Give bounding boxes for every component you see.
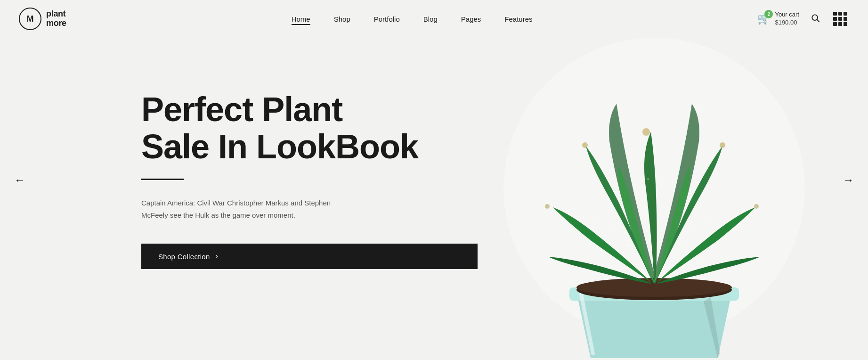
cart-icon-wrap: 🛒 2 [757, 13, 770, 25]
svg-point-9 [660, 229, 663, 232]
grid-menu-button[interactable] [831, 10, 849, 28]
svg-point-10 [662, 206, 665, 209]
hero-content: Perfect Plant Sale In LookBook Captain A… [0, 91, 478, 269]
svg-point-12 [679, 244, 681, 246]
svg-point-19 [702, 262, 705, 264]
hero-section: Perfect Plant Sale In LookBook Captain A… [0, 0, 868, 360]
svg-line-1 [817, 19, 819, 22]
svg-point-8 [647, 178, 649, 180]
svg-point-23 [720, 142, 725, 148]
svg-point-14 [710, 218, 712, 220]
main-nav: Home Shop Portfolio Blog Pages Features [292, 15, 533, 23]
hero-divider [141, 179, 184, 180]
grid-icon [833, 12, 837, 16]
logo[interactable]: M plant more [19, 8, 66, 30]
svg-point-25 [582, 142, 588, 148]
svg-point-17 [597, 218, 599, 220]
hero-description: Captain America: Civil War Christopher M… [141, 197, 358, 221]
svg-point-26 [545, 204, 550, 209]
search-icon [811, 13, 820, 23]
cart-amount: $190.00 [775, 19, 799, 27]
nav-link-shop[interactable]: Shop [334, 15, 350, 23]
shop-collection-label: Shop Collection [158, 253, 210, 261]
svg-point-7 [643, 206, 646, 209]
plant-illustration [478, 0, 831, 360]
grid-icon [833, 17, 837, 21]
svg-point-15 [627, 244, 630, 246]
nav-link-blog[interactable]: Blog [423, 15, 438, 23]
grid-icon [838, 22, 842, 26]
grid-icon [838, 17, 842, 21]
logo-initial: M [19, 8, 41, 30]
svg-point-18 [683, 265, 686, 268]
prev-slide-button[interactable]: ← [9, 169, 30, 191]
grid-icon [844, 12, 847, 16]
svg-point-20 [608, 265, 611, 268]
nav-link-portfolio[interactable]: Portfolio [374, 15, 400, 23]
cart-badge: 2 [764, 10, 773, 18]
cart-title: Your cart [775, 11, 799, 19]
nav-link-features[interactable]: Features [504, 15, 532, 23]
logo-text: plant more [46, 9, 66, 28]
svg-point-22 [642, 128, 650, 136]
grid-icon [833, 22, 837, 26]
nav-right: 🛒 2 Your cart $190.00 [757, 10, 849, 28]
hero-headline: Perfect Plant Sale In LookBook [141, 91, 478, 165]
shop-collection-button[interactable]: Shop Collection › [141, 244, 478, 269]
next-slide-button[interactable]: → [838, 169, 859, 191]
svg-point-21 [589, 262, 592, 264]
cart-label: Your cart $190.00 [775, 11, 799, 27]
nav-link-pages[interactable]: Pages [461, 15, 481, 23]
hero-image [478, 0, 868, 360]
grid-icon [838, 12, 842, 16]
nav-link-home[interactable]: Home [292, 15, 310, 23]
svg-point-13 [693, 230, 695, 232]
svg-point-24 [754, 204, 759, 209]
search-button[interactable] [811, 13, 820, 25]
cart-button[interactable]: 🛒 2 Your cart $190.00 [757, 11, 799, 27]
arrow-right-icon: › [216, 252, 219, 261]
svg-point-6 [646, 229, 649, 232]
grid-icon [844, 17, 847, 21]
svg-point-16 [613, 230, 615, 232]
header: M plant more Home Shop Portfolio Blog Pa… [0, 0, 868, 38]
grid-icon [844, 22, 847, 26]
svg-point-11 [659, 178, 661, 180]
